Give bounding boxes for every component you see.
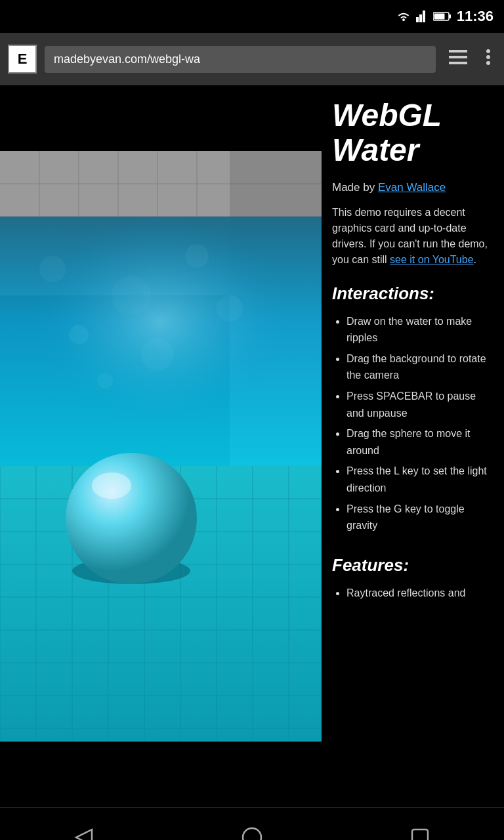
browser-url[interactable]: madebyevan.com/webgl-wa <box>45 46 436 73</box>
svg-point-41 <box>69 325 89 345</box>
svg-rect-5 <box>434 14 444 20</box>
list-item: Press the L key to set the light directi… <box>346 463 494 496</box>
webgl-scene <box>0 85 322 807</box>
home-icon <box>240 826 264 841</box>
svg-marker-1 <box>419 14 422 22</box>
svg-point-67 <box>92 472 131 499</box>
svg-point-39 <box>39 256 66 282</box>
svg-rect-4 <box>449 14 451 18</box>
svg-point-43 <box>141 338 174 371</box>
recents-button[interactable] <box>400 818 440 841</box>
svg-point-40 <box>112 276 151 315</box>
made-by: Made by Evan Wallace <box>332 181 494 194</box>
page-content: WebGL Water Made by Evan Wallace This de… <box>0 85 504 807</box>
description: This demo requires a decent graphics car… <box>332 205 494 268</box>
svg-point-42 <box>185 244 209 268</box>
svg-point-66 <box>66 453 197 584</box>
status-icons: 11:36 <box>396 8 494 25</box>
svg-point-9 <box>486 49 490 53</box>
svg-marker-2 <box>423 10 425 22</box>
status-time: 11:36 <box>457 8 494 25</box>
browser-menu-button[interactable] <box>480 46 496 73</box>
svg-rect-6 <box>449 50 467 52</box>
features-list: Raytraced reflections and <box>332 585 494 602</box>
svg-point-45 <box>217 295 243 322</box>
svg-marker-0 <box>416 17 419 22</box>
status-bar: 11:36 <box>0 0 504 33</box>
interactions-list: Draw on the water to make ripples Drag t… <box>332 313 494 534</box>
wifi-icon <box>396 10 411 22</box>
home-button[interactable] <box>232 818 272 841</box>
features-title: Features: <box>332 555 494 576</box>
list-item: Drag the sphere to move it around <box>346 425 494 459</box>
svg-rect-8 <box>449 62 467 64</box>
svg-rect-7 <box>449 56 467 58</box>
browser-bar: E madebyevan.com/webgl-wa <box>0 33 504 85</box>
list-item: Drag the background to rotate the camera <box>346 350 494 384</box>
svg-point-44 <box>97 373 113 388</box>
battery-icon <box>433 11 452 22</box>
svg-marker-68 <box>76 830 92 841</box>
webgl-canvas-area[interactable] <box>0 85 322 807</box>
back-button[interactable] <box>64 818 104 841</box>
list-item: Press the G key to toggle gravity <box>346 501 494 534</box>
list-item: Raytraced reflections and <box>346 585 494 602</box>
back-icon <box>72 826 96 841</box>
youtube-link[interactable]: see it on YouTube <box>390 254 474 265</box>
description-end: . <box>474 254 476 265</box>
svg-point-11 <box>486 61 490 65</box>
author-link[interactable]: Evan Wallace <box>378 181 446 194</box>
made-by-label: Made by <box>332 181 375 194</box>
interactions-title: Interactions: <box>332 284 494 304</box>
svg-point-10 <box>486 55 490 59</box>
list-item: Draw on the water to make ripples <box>346 313 494 346</box>
text-panel: WebGL Water Made by Evan Wallace This de… <box>322 85 504 807</box>
list-item: Press SPACEBAR to pause and unpause <box>346 388 494 421</box>
svg-point-69 <box>243 828 261 841</box>
browser-tabs-button[interactable] <box>444 47 472 71</box>
svg-rect-70 <box>412 830 428 841</box>
recents-icon <box>408 826 432 841</box>
page-title: WebGL Water <box>332 98 494 168</box>
signal-icon <box>416 10 428 22</box>
browser-favicon: E <box>8 45 37 74</box>
nav-bar <box>0 807 504 840</box>
